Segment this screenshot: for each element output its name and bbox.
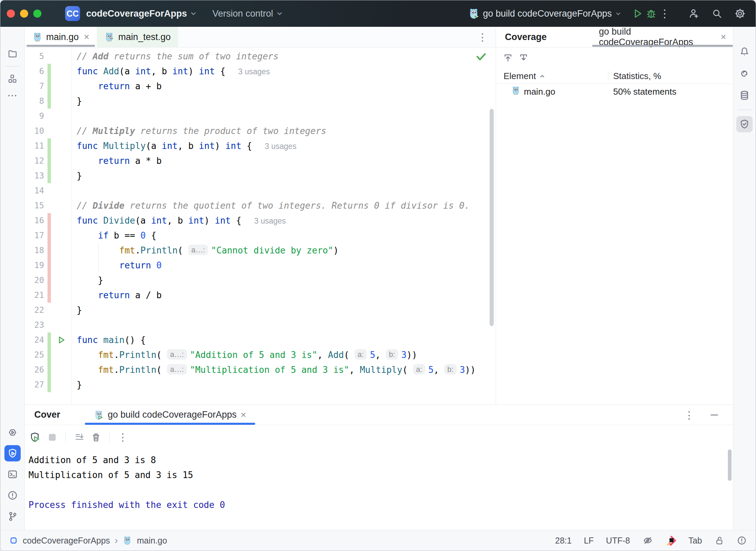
code-line-14[interactable]	[77, 183, 496, 198]
run-button[interactable]	[631, 7, 644, 20]
code-line-16[interactable]: func Divide(a int, b int) int { 3 usages	[77, 213, 496, 228]
code-line-25[interactable]: fmt.Println( a…:"Addition of 5 and 3 is"…	[77, 347, 496, 362]
vcs-widget[interactable]: Version control	[212, 8, 283, 19]
usages-hint[interactable]: 3 usages	[265, 142, 296, 151]
line-number[interactable]: 13	[25, 168, 44, 183]
caret-position[interactable]: 28:1	[555, 536, 572, 546]
terminal-tool-icon[interactable]	[4, 466, 21, 482]
project-widget[interactable]: codeCoverageForApps	[86, 8, 197, 19]
line-number[interactable]: 11	[25, 138, 44, 153]
code-line-24[interactable]: func main() {	[77, 332, 496, 347]
code-line-7[interactable]: return a + b	[77, 79, 496, 94]
line-number[interactable]: 26	[25, 362, 44, 377]
problems-tool-icon[interactable]	[4, 487, 21, 504]
line-number[interactable]: 14	[25, 183, 44, 198]
tab-options-icon[interactable]: ⋮	[477, 31, 488, 43]
usages-hint[interactable]: 3 usages	[254, 216, 286, 225]
code-line-15[interactable]: // Divide returns the quotient of two in…	[77, 198, 496, 213]
line-number[interactable]: 10	[25, 124, 44, 138]
breadcrumb-project[interactable]: codeCoverageForApps	[23, 536, 110, 546]
console-scrollbar[interactable]	[728, 450, 732, 481]
column-statistics[interactable]: Statistics, %	[613, 71, 661, 81]
code-area[interactable]: // Add returns the sum of two integersfu…	[72, 48, 496, 404]
code-line-19[interactable]: return 0	[77, 258, 496, 273]
code-line-10[interactable]: // Multiply returns the product of two i…	[77, 124, 496, 138]
coverage-suite-tab[interactable]: go build codeCoverageForApps ×	[592, 27, 733, 47]
line-number[interactable]: 22	[25, 303, 44, 318]
minimize-window-button[interactable]	[20, 10, 28, 18]
line-number[interactable]: 16	[25, 213, 44, 228]
unlocked-icon[interactable]	[714, 535, 724, 546]
code-line-17[interactable]: if b == 0 {	[77, 228, 496, 243]
editor-scrollbar[interactable]	[490, 109, 494, 326]
coverage-run-tool-icon-active[interactable]	[4, 445, 21, 461]
line-number[interactable]: 7	[25, 79, 44, 94]
line-number[interactable]: 5	[25, 49, 44, 64]
code-line-18[interactable]: fmt.Println( a…:"Cannot divide by zero")	[77, 243, 496, 258]
project-tool-icon[interactable]	[4, 46, 21, 62]
line-number[interactable]: 8	[25, 94, 44, 109]
code-line-5[interactable]: // Add returns the sum of two integers	[77, 49, 496, 64]
editor-tab-main_test-go[interactable]: main_test.go	[97, 27, 178, 47]
version-control-tool-icon[interactable]	[4, 508, 21, 525]
settings-gear-icon[interactable]	[733, 7, 747, 20]
line-number[interactable]: 19	[25, 258, 44, 273]
run-tab[interactable]: go build codeCoverageForApps ×	[85, 405, 255, 425]
maximize-window-button[interactable]	[33, 10, 41, 18]
coverage-table-row[interactable]: main.go50% statements	[496, 84, 733, 99]
stop-icon[interactable]	[47, 432, 57, 442]
code-line-13[interactable]: }	[77, 168, 496, 183]
highlighting-off-eye-icon[interactable]	[642, 535, 653, 546]
line-number[interactable]: 27	[25, 377, 44, 392]
line-number[interactable]: 9	[25, 109, 44, 124]
close-icon[interactable]: ×	[84, 32, 89, 42]
code-line-6[interactable]: func Add(a int, b int) int { 3 usages	[77, 64, 496, 79]
scroll-to-end-icon[interactable]	[74, 432, 85, 443]
structure-tool-icon[interactable]	[4, 71, 21, 87]
hide-panel-icon[interactable]	[709, 410, 719, 420]
editor-tab-main-go[interactable]: main.go×	[25, 27, 97, 47]
clear-console-icon[interactable]	[91, 432, 101, 442]
code-line-12[interactable]: return a * b	[77, 153, 496, 168]
file-encoding[interactable]: UTF-8	[606, 536, 630, 546]
code-line-11[interactable]: func Multiply(a int, b int) int { 3 usag…	[77, 138, 496, 153]
code-editor[interactable]: 5678910111213141516171819202122232425262…	[25, 48, 496, 404]
debug-button[interactable]	[644, 7, 658, 20]
line-number[interactable]: 25	[25, 347, 44, 362]
console-output[interactable]: Addition of 5 and 3 is 8Multiplication o…	[25, 449, 733, 530]
services-tool-icon[interactable]	[4, 424, 21, 440]
more-tool-windows-icon[interactable]: ⋯	[4, 87, 21, 103]
line-number[interactable]: 21	[25, 288, 44, 303]
run-configuration-widget[interactable]: go build codeCoverageForApps	[468, 8, 621, 19]
close-icon[interactable]: ×	[241, 410, 246, 420]
code-line-22[interactable]: }	[77, 303, 496, 318]
column-element[interactable]: Element	[504, 71, 545, 81]
coverage-shield-icon-selected[interactable]	[736, 116, 753, 132]
code-line-27[interactable]: }	[77, 377, 496, 392]
database-icon[interactable]	[736, 87, 753, 103]
code-line-26[interactable]: fmt.Println( a…:"Multiplication of 5 and…	[77, 362, 496, 377]
search-everywhere-icon[interactable]	[710, 7, 724, 20]
line-separator[interactable]: LF	[584, 536, 594, 546]
code-line-21[interactable]: return a / b	[77, 288, 496, 303]
notifications-bell-icon[interactable]	[736, 44, 753, 60]
inspections-ok-icon[interactable]	[475, 52, 487, 62]
code-line-20[interactable]: }	[77, 273, 496, 288]
jump-to-next-icon[interactable]	[518, 53, 529, 63]
jump-to-previous-icon[interactable]	[503, 53, 513, 63]
code-with-me-icon[interactable]	[687, 7, 701, 20]
close-window-button[interactable]	[7, 10, 15, 18]
more-actions-button[interactable]: ⋮	[658, 7, 672, 20]
plugin-badge-icon[interactable]	[665, 535, 676, 546]
more-options-icon[interactable]: ⋮	[684, 409, 694, 421]
code-line-9[interactable]	[77, 109, 496, 124]
line-number[interactable]: 23	[25, 318, 44, 332]
indent-style[interactable]: Tab	[688, 536, 702, 546]
line-number[interactable]: 20	[25, 273, 44, 288]
line-number[interactable]: 17	[25, 228, 44, 243]
code-line-8[interactable]: }	[77, 94, 496, 109]
run-gutter-icon[interactable]	[57, 335, 66, 345]
line-number[interactable]: 6	[25, 64, 44, 79]
code-line-23[interactable]	[77, 318, 496, 332]
usages-hint[interactable]: 3 usages	[238, 67, 270, 76]
